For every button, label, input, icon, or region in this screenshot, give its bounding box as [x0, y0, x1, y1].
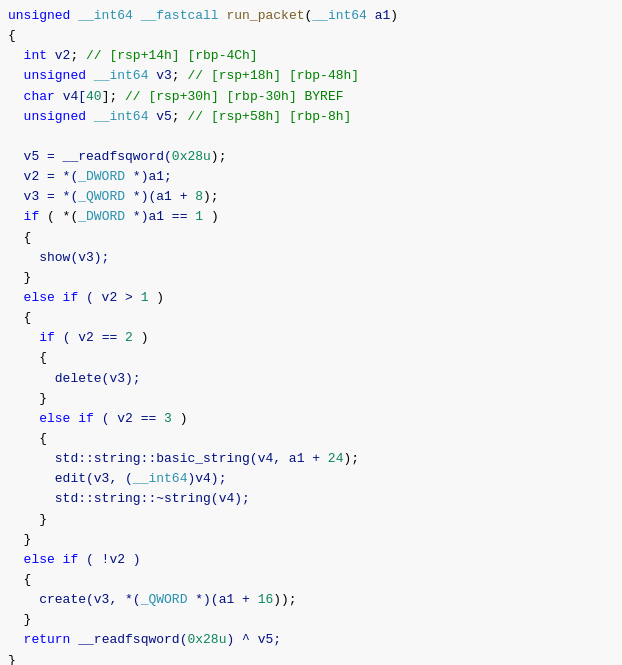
code-line: }: [8, 389, 614, 409]
code-line: delete(v3);: [8, 369, 614, 389]
code-line: {: [8, 570, 614, 590]
code-line: }: [8, 530, 614, 550]
code-line: {: [8, 26, 614, 46]
code-line: v2 = *(_DWORD *)a1;: [8, 167, 614, 187]
code-line: if ( *(_DWORD *)a1 == 1 ): [8, 207, 614, 227]
code-line: {: [8, 308, 614, 328]
code-line: int v2; // [rsp+14h] [rbp-4Ch]: [8, 46, 614, 66]
code-line: }: [8, 610, 614, 630]
code-line: }: [8, 510, 614, 530]
code-line: {: [8, 228, 614, 248]
code-line: return __readfsqword(0x28u) ^ v5;: [8, 630, 614, 650]
code-line: [8, 127, 614, 147]
code-line: if ( v2 == 2 ): [8, 328, 614, 348]
code-line: edit(v3, (__int64)v4);: [8, 469, 614, 489]
code-line: else if ( v2 > 1 ): [8, 288, 614, 308]
code-line: }: [8, 268, 614, 288]
code-view: unsigned __int64 __fastcall run_packet(_…: [0, 0, 622, 665]
code-line: {: [8, 348, 614, 368]
code-line: unsigned __int64 v5; // [rsp+58h] [rbp-8…: [8, 107, 614, 127]
code-line: unsigned __int64 v3; // [rsp+18h] [rbp-4…: [8, 66, 614, 86]
code-line: unsigned __int64 __fastcall run_packet(_…: [8, 6, 614, 26]
code-line: char v4[40]; // [rsp+30h] [rbp-30h] BYRE…: [8, 87, 614, 107]
code-line: else if ( v2 == 3 ): [8, 409, 614, 429]
code-line: v5 = __readfsqword(0x28u);: [8, 147, 614, 167]
code-line: {: [8, 429, 614, 449]
code-line: else if ( !v2 ): [8, 550, 614, 570]
code-line: show(v3);: [8, 248, 614, 268]
code-line: create(v3, *(_QWORD *)(a1 + 16));: [8, 590, 614, 610]
code-line: }: [8, 651, 614, 666]
code-line: std::string::basic_string(v4, a1 + 24);: [8, 449, 614, 469]
code-line: std::string::~string(v4);: [8, 489, 614, 509]
code-line: v3 = *(_QWORD *)(a1 + 8);: [8, 187, 614, 207]
